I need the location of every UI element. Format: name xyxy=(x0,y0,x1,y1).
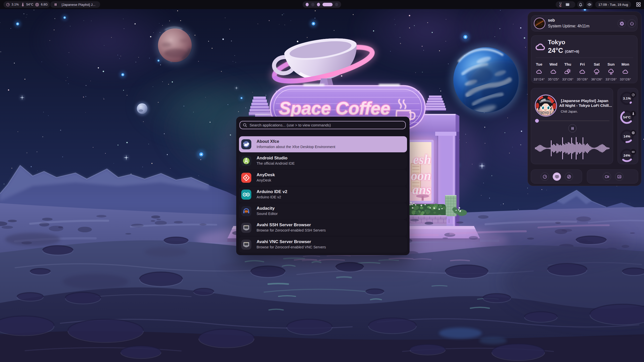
svg-text:14%: 14% xyxy=(623,134,630,138)
svg-text:3.1%: 3.1% xyxy=(623,97,631,100)
svg-text:Space Coffee: Space Coffee xyxy=(279,99,390,118)
svg-text:TOKYO LO: TOKYO LO xyxy=(537,111,555,115)
svg-text:oon: oon xyxy=(411,168,431,183)
svg-text:24%: 24% xyxy=(623,154,630,157)
svg-text:esh: esh xyxy=(413,152,431,167)
svg-text:54°C: 54°C xyxy=(623,115,631,119)
